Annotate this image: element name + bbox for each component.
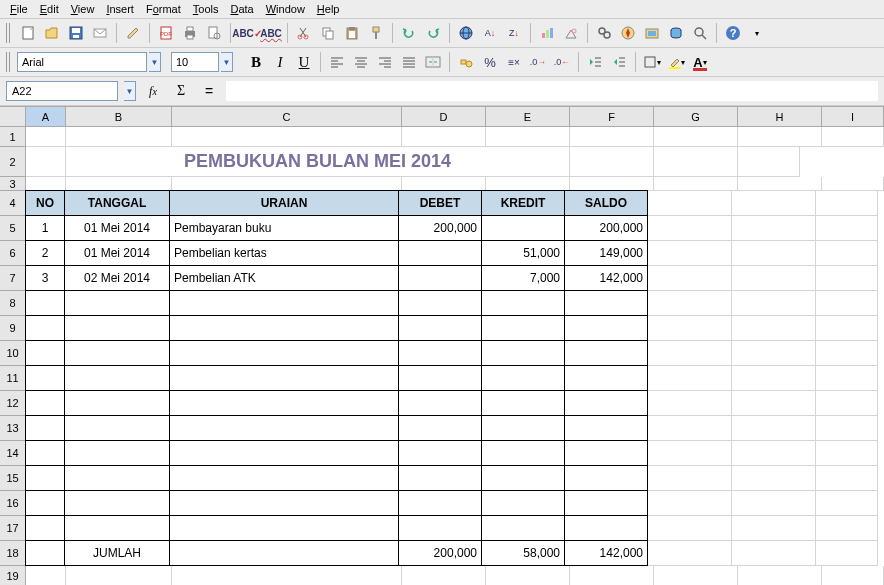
cell[interactable] — [738, 127, 822, 147]
menu-window[interactable]: Window — [262, 2, 309, 16]
cell[interactable] — [564, 440, 648, 466]
row-header[interactable]: 5 — [0, 216, 26, 241]
spreadsheet-grid[interactable]: A B C D E F G H I 1 2PEMBUKUAN BULAN MEI… — [0, 106, 884, 585]
cell[interactable] — [25, 340, 65, 366]
cell[interactable] — [816, 541, 878, 566]
header-no[interactable]: NO — [25, 190, 65, 216]
cell[interactable] — [654, 566, 738, 585]
cell[interactable] — [732, 366, 816, 391]
cell[interactable] — [570, 127, 654, 147]
cell-kredit[interactable]: 7,000 — [481, 265, 565, 291]
undo-icon[interactable] — [398, 22, 420, 44]
cell[interactable] — [732, 316, 816, 341]
menu-view[interactable]: View — [67, 2, 99, 16]
header-debet[interactable]: DEBET — [398, 190, 482, 216]
cell[interactable] — [738, 177, 822, 191]
cell[interactable] — [570, 147, 654, 177]
cell[interactable] — [654, 147, 738, 177]
header-tanggal[interactable]: TANGGAL — [64, 190, 170, 216]
menu-file[interactable]: File — [6, 2, 32, 16]
cell[interactable] — [169, 290, 399, 316]
cell[interactable] — [26, 566, 66, 585]
cell[interactable] — [648, 391, 732, 416]
cell[interactable] — [64, 515, 170, 541]
cell-debet[interactable] — [398, 265, 482, 291]
spellcheck-icon[interactable]: ABC✓ — [236, 22, 258, 44]
row-header[interactable]: 12 — [0, 391, 26, 416]
cell-debet[interactable]: 200,000 — [398, 215, 482, 241]
cell[interactable] — [648, 241, 732, 266]
cell[interactable] — [64, 290, 170, 316]
cell[interactable] — [648, 441, 732, 466]
cell[interactable] — [25, 465, 65, 491]
row-header[interactable]: 7 — [0, 266, 26, 291]
toolbar-grip[interactable] — [6, 23, 12, 43]
menu-help[interactable]: Help — [313, 2, 344, 16]
cell[interactable] — [25, 540, 65, 566]
cell-kredit[interactable] — [481, 215, 565, 241]
cell[interactable] — [402, 177, 486, 191]
cell-total-debet[interactable]: 200,000 — [398, 540, 482, 566]
autospell-icon[interactable]: ABC — [260, 22, 282, 44]
header-uraian[interactable]: URAIAN — [169, 190, 399, 216]
whatsthis-icon[interactable]: ▾ — [746, 22, 768, 44]
cell[interactable] — [25, 365, 65, 391]
cell[interactable] — [654, 127, 738, 147]
row-header[interactable]: 17 — [0, 516, 26, 541]
cell[interactable] — [398, 515, 482, 541]
cell[interactable] — [402, 566, 486, 585]
row-header[interactable]: 3 — [0, 177, 26, 191]
cell[interactable] — [169, 340, 399, 366]
cell[interactable] — [26, 147, 66, 177]
row-header[interactable]: 18 — [0, 541, 26, 566]
cell[interactable] — [570, 566, 654, 585]
formula-input[interactable] — [226, 81, 878, 101]
paste-icon[interactable] — [341, 22, 363, 44]
cell[interactable] — [172, 566, 402, 585]
redo-icon[interactable] — [422, 22, 444, 44]
print-icon[interactable] — [179, 22, 201, 44]
cell[interactable] — [648, 216, 732, 241]
cell[interactable] — [564, 390, 648, 416]
cell-saldo[interactable]: 149,000 — [564, 240, 648, 266]
cell[interactable] — [648, 341, 732, 366]
cell[interactable] — [816, 491, 878, 516]
cell[interactable] — [398, 490, 482, 516]
name-box[interactable] — [6, 81, 118, 101]
cell-saldo[interactable]: 142,000 — [564, 265, 648, 291]
borders-icon[interactable]: ▾ — [641, 51, 663, 73]
cell[interactable] — [398, 440, 482, 466]
row-header[interactable]: 1 — [0, 127, 26, 147]
sort-asc-icon[interactable]: A↓ — [479, 22, 501, 44]
cell-kredit[interactable]: 51,000 — [481, 240, 565, 266]
cell[interactable] — [648, 541, 732, 566]
cell[interactable] — [64, 340, 170, 366]
cell[interactable] — [564, 340, 648, 366]
cell[interactable] — [816, 441, 878, 466]
cell[interactable] — [481, 365, 565, 391]
cell[interactable] — [486, 177, 570, 191]
row-header[interactable]: 11 — [0, 366, 26, 391]
cell[interactable] — [732, 416, 816, 441]
cell[interactable] — [732, 466, 816, 491]
cell[interactable] — [822, 177, 884, 191]
cell[interactable] — [564, 315, 648, 341]
sum-icon[interactable]: Σ — [170, 80, 192, 102]
cell[interactable] — [398, 390, 482, 416]
cell-total-kredit[interactable]: 58,000 — [481, 540, 565, 566]
cell[interactable] — [481, 290, 565, 316]
cell[interactable] — [732, 341, 816, 366]
cell[interactable] — [481, 340, 565, 366]
header-saldo[interactable]: SALDO — [564, 190, 648, 216]
cell[interactable] — [169, 515, 399, 541]
cell[interactable] — [732, 516, 816, 541]
cell[interactable] — [816, 216, 878, 241]
function-wizard-icon[interactable]: fx — [142, 80, 164, 102]
currency-icon[interactable] — [455, 51, 477, 73]
cell[interactable] — [169, 415, 399, 441]
open-icon[interactable] — [41, 22, 63, 44]
cell[interactable] — [64, 365, 170, 391]
cell-no[interactable]: 3 — [25, 265, 65, 291]
menu-tools[interactable]: Tools — [189, 2, 223, 16]
cell[interactable] — [481, 465, 565, 491]
